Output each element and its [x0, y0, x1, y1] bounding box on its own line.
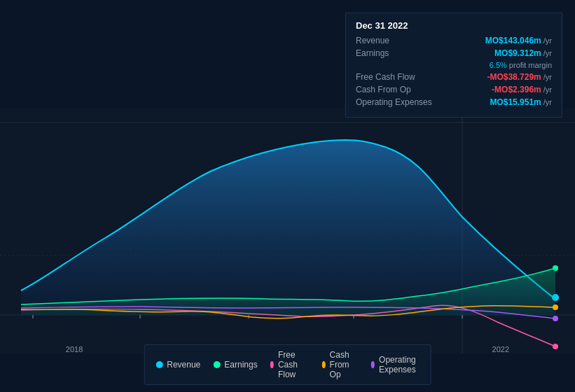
legend-label-fcf: Free Cash Flow [278, 350, 309, 379]
legend-dot-cashfromop [321, 361, 325, 368]
tooltip-cashfromop-value: -MO$2.396m [492, 85, 541, 94]
tooltip-earnings-value: MO$9.312m [494, 48, 541, 58]
legend-label-revenue: Revenue [167, 360, 200, 370]
tooltip-cashfromop: Cash From Op -MO$2.396m/yr [356, 85, 552, 94]
main-chart [0, 108, 575, 354]
legend-item-cashfromop[interactable]: Cash From Op [321, 350, 358, 379]
tooltip-fcf-label: Free Cash Flow [356, 72, 415, 82]
legend-dot-fcf [270, 361, 274, 368]
legend-item-fcf[interactable]: Free Cash Flow [270, 350, 310, 379]
legend-item-revenue[interactable]: Revenue [155, 350, 200, 379]
profit-margin-label: profit margin [509, 61, 552, 69]
tooltip-opex-value: MO$15.951m [490, 97, 541, 107]
tooltip-opex-label: Operating Expenses [356, 97, 432, 107]
legend-item-earnings[interactable]: Earnings [213, 350, 257, 379]
tooltip-card: Dec 31 2022 Revenue MO$143.046m/yr Earni… [345, 13, 562, 118]
svg-point-9 [553, 304, 558, 310]
chart-container: MO$300m MO$0 -MO$50m [0, 108, 575, 354]
tooltip-cashfromop-label: Cash From Op [356, 85, 411, 94]
tooltip-revenue: Revenue MO$143.046m/yr [356, 36, 552, 46]
profit-margin-pct: 6.5% [490, 61, 507, 69]
legend-label-earnings: Earnings [224, 360, 257, 370]
legend-item-opex[interactable]: Operating Expenses [371, 350, 420, 379]
tooltip-date: Dec 31 2022 [356, 20, 552, 31]
legend-dot-opex [371, 361, 375, 368]
tooltip-fcf: Free Cash Flow -MO$38.729m/yr [356, 72, 552, 82]
tooltip-revenue-label: Revenue [356, 36, 389, 46]
tooltip-opex: Operating Expenses MO$15.951m/yr [356, 97, 552, 107]
tooltip-earnings-label: Earnings [356, 48, 389, 58]
svg-point-8 [553, 316, 558, 321]
tooltip-fcf-value: -MO$38.729m [487, 72, 541, 82]
legend-dot-revenue [155, 361, 162, 368]
tooltip-earnings: Earnings MO$9.312m/yr [356, 48, 552, 58]
legend-label-cashfromop: Cash From Op [330, 350, 359, 379]
profit-margin-row: 6.5% profit margin [356, 61, 552, 69]
x-label-2022: 2022 [492, 342, 509, 354]
legend-dot-earnings [213, 361, 220, 368]
x-label-2018: 2018 [66, 342, 83, 354]
legend-label-opex: Operating Expenses [379, 355, 420, 374]
legend: Revenue Earnings Free Cash Flow Cash Fro… [144, 344, 431, 385]
tooltip-revenue-value: MO$143.046m [485, 36, 541, 46]
